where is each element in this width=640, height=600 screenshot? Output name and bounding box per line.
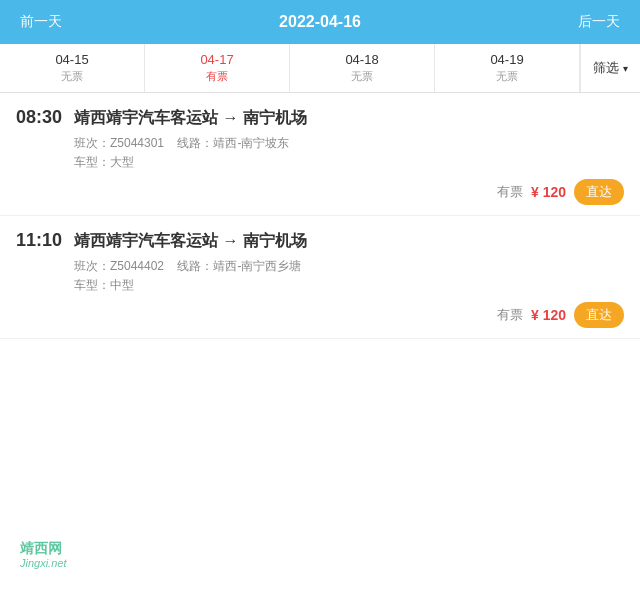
trip-details-car-0: 车型：大型	[16, 154, 624, 171]
chevron-down-icon: ▾	[623, 63, 628, 74]
date-tab-2[interactable]: 04-18 无票	[290, 44, 435, 92]
trip-header-0: 08:30 靖西靖宇汽车客运站 → 南宁机场	[16, 107, 624, 129]
trip-list: 08:30 靖西靖宇汽车客运站 → 南宁机场 班次：Z5044301 线路：靖西…	[0, 93, 640, 339]
prev-day-button[interactable]: 前一天	[20, 13, 62, 31]
trip-time-1: 11:10	[16, 230, 64, 251]
trip-footer-1: 有票 ¥ 120 直达	[16, 302, 624, 328]
date-tab-status-2: 无票	[351, 69, 373, 84]
direct-button-0[interactable]: 直达	[574, 179, 624, 205]
watermark-cn: 靖西网	[20, 540, 66, 557]
trip-route-1: 靖西靖宇汽车客运站 → 南宁机场	[74, 231, 307, 252]
trip-item-1: 11:10 靖西靖宇汽车客运站 → 南宁机场 班次：Z5044402 线路：靖西…	[0, 216, 640, 339]
trip-footer-0: 有票 ¥ 120 直达	[16, 179, 624, 205]
trip-price-0: ¥ 120	[531, 184, 566, 200]
date-tab-status-1: 有票	[206, 69, 228, 84]
date-tab-1[interactable]: 04-17 有票	[145, 44, 290, 92]
date-tab-label-3: 04-19	[490, 52, 523, 67]
top-nav: 前一天 2022-04-16 后一天	[0, 0, 640, 44]
date-tab-label-1: 04-17	[200, 52, 233, 67]
trip-time-0: 08:30	[16, 107, 64, 128]
trip-details-no-0: 班次：Z5044301 线路：靖西-南宁坡东	[16, 135, 624, 152]
date-tab-0[interactable]: 04-15 无票	[0, 44, 145, 92]
trip-route-0: 靖西靖宇汽车客运站 → 南宁机场	[74, 108, 307, 129]
date-tab-status-0: 无票	[61, 69, 83, 84]
next-day-button[interactable]: 后一天	[578, 13, 620, 31]
trip-header-1: 11:10 靖西靖宇汽车客运站 → 南宁机场	[16, 230, 624, 252]
direct-button-1[interactable]: 直达	[574, 302, 624, 328]
filter-button[interactable]: 筛选 ▾	[580, 44, 640, 92]
trip-item-0: 08:30 靖西靖宇汽车客运站 → 南宁机场 班次：Z5044301 线路：靖西…	[0, 93, 640, 216]
trip-ticket-status-0: 有票	[497, 183, 523, 201]
filter-label: 筛选	[593, 59, 619, 77]
watermark-en: Jingxi.net	[20, 557, 66, 570]
trip-details-no-1: 班次：Z5044402 线路：靖西-南宁西乡塘	[16, 258, 624, 275]
watermark: 靖西网 Jingxi.net	[20, 540, 66, 570]
date-tab-label-0: 04-15	[55, 52, 88, 67]
current-date: 2022-04-16	[279, 13, 361, 31]
date-tab-status-3: 无票	[496, 69, 518, 84]
trip-ticket-status-1: 有票	[497, 306, 523, 324]
trip-details-car-1: 车型：中型	[16, 277, 624, 294]
date-tab-label-2: 04-18	[345, 52, 378, 67]
date-tabs: 04-15 无票 04-17 有票 04-18 无票 04-19 无票 筛选 ▾	[0, 44, 640, 93]
trip-price-1: ¥ 120	[531, 307, 566, 323]
date-tab-3[interactable]: 04-19 无票	[435, 44, 580, 92]
